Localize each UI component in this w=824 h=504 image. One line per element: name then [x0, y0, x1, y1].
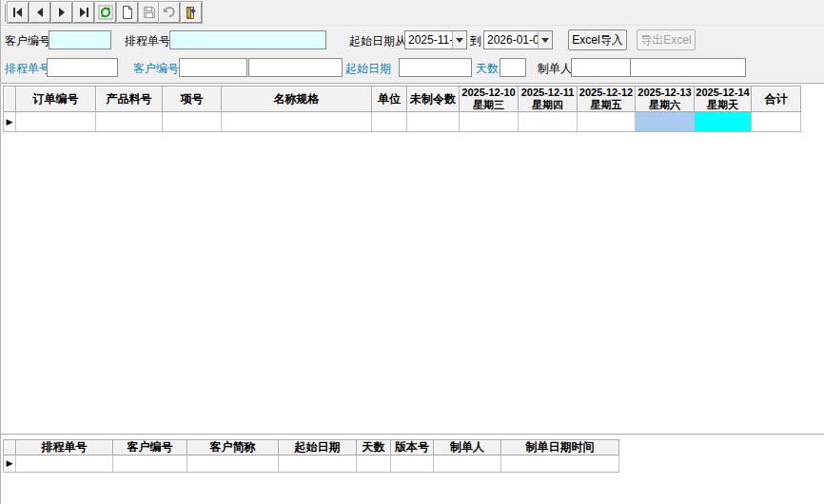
cell-customer-name[interactable]	[187, 456, 279, 473]
col-part-no: 产品料号	[96, 87, 163, 112]
cell-unit[interactable]	[372, 112, 407, 132]
customer-no-filter-input[interactable]	[49, 30, 111, 49]
row-selector[interactable]: ▶	[3, 456, 16, 473]
col-unordered-qty: 未制令数	[407, 87, 460, 112]
to-label: 到	[470, 33, 481, 49]
col-date-sat: 2025-12-13 星期六	[636, 87, 695, 112]
excel-import-button[interactable]: Excel导入	[568, 29, 627, 50]
col-spec: 名称规格	[222, 87, 372, 112]
customer-name-detail-input[interactable]	[248, 58, 343, 77]
save-button[interactable]	[139, 2, 160, 23]
date-from-value: 2025-11-10	[405, 31, 452, 48]
creator-name-input[interactable]	[630, 58, 746, 77]
creator-label: 制单人	[538, 61, 572, 77]
cell-creator[interactable]	[434, 456, 501, 473]
col-create-datetime: 制单日期时间	[501, 440, 619, 456]
cell-order-no[interactable]	[16, 112, 96, 132]
cell-unordered-qty[interactable]	[407, 112, 460, 132]
col-creator: 制单人	[434, 440, 501, 456]
customer-no-label: 客户编号	[5, 33, 50, 49]
col-item-no: 项号	[163, 87, 222, 112]
cell-date-sun[interactable]	[695, 112, 752, 132]
col-version: 版本号	[391, 440, 434, 456]
cell-schedule-no[interactable]	[16, 456, 113, 473]
schedule-no-filter-input[interactable]	[169, 30, 326, 49]
col-customer-no: 客户编号	[113, 440, 187, 456]
row-selector[interactable]: ▶	[3, 112, 16, 132]
refresh-icon	[98, 5, 113, 20]
col-start-date: 起始日期	[279, 440, 357, 456]
schedule-no-detail-label: 排程单号	[5, 61, 50, 77]
col-date-fri: 2025-12-12 星期五	[578, 87, 636, 112]
cell-start-date[interactable]	[279, 456, 357, 473]
date-to-combobox[interactable]: 2026-01-09	[483, 30, 553, 49]
col-order-no: 订单编号	[16, 87, 96, 112]
undo-button[interactable]	[159, 2, 180, 23]
filter-row-1: 客户编号 排程单号 起始日期从 2025-11-10 到 2026-01-09 …	[1, 27, 824, 53]
cell-part-no[interactable]	[96, 112, 163, 132]
last-record-button[interactable]	[73, 2, 94, 23]
bottom-grid-header-row: 排程单号 客户编号 客户简称 起始日期 天数 版本号 制单人 制单日期时间	[3, 439, 619, 456]
next-record-button[interactable]	[51, 2, 72, 23]
main-grid-empty-row: ▶	[3, 112, 801, 132]
panel-divider	[1, 434, 824, 435]
date-from-label: 起始日期从	[349, 33, 406, 49]
cell-customer-no[interactable]	[113, 456, 187, 473]
exit-button[interactable]	[181, 2, 202, 23]
cell-date-thu[interactable]	[519, 112, 578, 132]
cell-item-no[interactable]	[163, 112, 222, 132]
chevron-down-icon	[456, 38, 463, 43]
main-grid-header-row: 订单编号 产品料号 项号 名称规格 单位 未制令数 2025-12-10 星期三…	[3, 86, 801, 112]
col-schedule-no: 排程单号	[16, 440, 113, 456]
cell-date-sat[interactable]	[636, 112, 695, 132]
new-button[interactable]	[117, 2, 138, 23]
first-record-button[interactable]	[8, 2, 29, 23]
cell-total[interactable]	[752, 112, 801, 132]
prior-record-icon	[33, 6, 47, 19]
date-from-combobox[interactable]: 2025-11-10	[404, 30, 467, 49]
start-date-label: 起始日期	[345, 61, 391, 77]
customer-no-detail-input[interactable]	[179, 58, 247, 77]
cell-date-fri[interactable]	[578, 112, 636, 132]
cell-spec[interactable]	[222, 112, 372, 132]
cell-date-wed[interactable]	[460, 112, 519, 132]
exit-icon	[184, 5, 199, 20]
bottom-grid-empty-row: ▶	[3, 456, 619, 473]
app-window: 客户编号 排程单号 起始日期从 2025-11-10 到 2026-01-09 …	[0, 0, 824, 504]
top-panel: 客户编号 排程单号 起始日期从 2025-11-10 到 2026-01-09 …	[1, 0, 824, 84]
customer-no-detail-label: 客户编号	[133, 61, 179, 77]
save-icon	[142, 5, 157, 20]
toolbar-grip	[3, 4, 6, 22]
toolbar	[1, 0, 824, 26]
schedule-no-detail-input[interactable]	[47, 58, 118, 77]
col-total: 合计	[752, 87, 801, 112]
bottom-grid-selector-header	[3, 440, 16, 456]
schedule-list-grid: 排程单号 客户编号 客户简称 起始日期 天数 版本号 制单人 制单日期时间 ▶	[3, 439, 619, 473]
first-record-icon	[11, 6, 25, 19]
days-label: 天数	[476, 61, 499, 77]
date-to-dropdown-button[interactable]	[538, 31, 552, 48]
col-days: 天数	[357, 440, 391, 456]
date-to-value: 2026-01-09	[484, 31, 538, 48]
cell-days[interactable]	[357, 456, 391, 473]
col-date-wed: 2025-12-10 星期三	[460, 87, 519, 112]
last-record-icon	[77, 6, 90, 19]
col-date-sun: 2025-12-14 星期天	[695, 87, 752, 112]
excel-export-button: 导出Excel	[637, 29, 696, 50]
new-document-icon	[120, 5, 135, 20]
filter-row-2: 排程单号 客户编号 起始日期 天数 制单人	[1, 54, 824, 81]
undo-icon	[162, 5, 177, 20]
days-input[interactable]	[500, 58, 526, 77]
row-selector-icon: ▶	[7, 118, 13, 126]
date-from-dropdown-button[interactable]	[452, 31, 466, 48]
cell-version[interactable]	[391, 456, 434, 473]
creator-code-input[interactable]	[571, 58, 631, 77]
col-date-thu: 2025-12-11 星期四	[519, 87, 578, 112]
refresh-button[interactable]	[95, 2, 116, 23]
col-customer-name: 客户简称	[187, 440, 279, 456]
prior-record-button[interactable]	[29, 2, 50, 23]
chevron-down-icon	[541, 38, 549, 43]
main-grid-selector-header	[3, 87, 16, 112]
start-date-input[interactable]	[399, 58, 472, 77]
cell-create-datetime[interactable]	[501, 456, 619, 473]
